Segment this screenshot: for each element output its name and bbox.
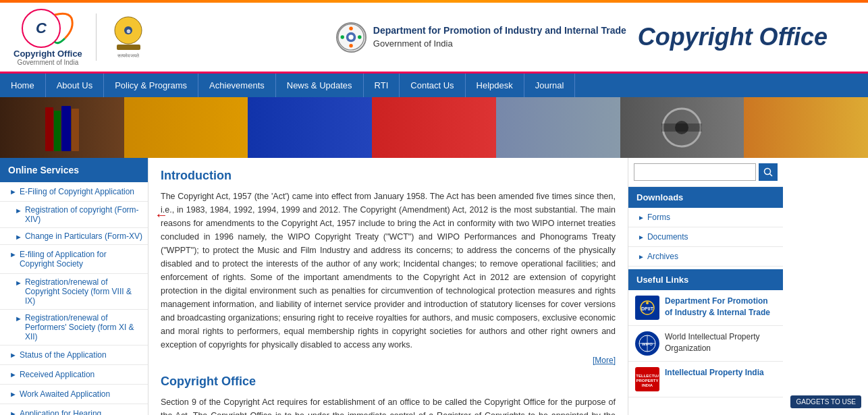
wipo-svg: WIPO (636, 332, 659, 355)
download-documents[interactable]: ► Documents (628, 227, 783, 247)
nav-news[interactable]: News & Updates (276, 74, 364, 97)
svg-rect-14 (45, 107, 53, 151)
ipp-icon: INTELLECTUAL PROPERTY INDIA (635, 367, 659, 391)
sidebar-item-status[interactable]: ► Status of the Application (0, 345, 148, 365)
sidebar-item-efiling-society[interactable]: ► E-filing of Application for Copyright … (0, 245, 148, 274)
intro-title: Introduction (161, 169, 616, 183)
svg-text:C: C (36, 20, 47, 36)
dept-name: Department for Promotion of Industry and… (373, 25, 626, 36)
banner-film (620, 97, 744, 158)
svg-line-22 (770, 174, 773, 177)
useful-link-dpiit[interactable]: DPIIT Department For Promotion of Indust… (628, 290, 783, 326)
nav-home[interactable]: Home (0, 74, 46, 97)
svg-point-25 (646, 302, 649, 304)
banner-music (744, 97, 868, 158)
content-area: Introduction The Copyright Act, 1957 (th… (148, 158, 628, 415)
logo-divider (96, 13, 97, 61)
intro-text: The Copyright Act, 1957 (the 'Act') came… (161, 190, 616, 352)
download-archives-label: Archives (647, 252, 678, 261)
useful-link-ipp[interactable]: INTELLECTUAL PROPERTY INDIA Intellectual… (628, 362, 783, 397)
wipo-icon-circle: WIPO (635, 331, 659, 356)
copyright-office-title: Copyright Office (161, 375, 616, 389)
download-docs-label: Documents (647, 232, 688, 242)
svg-text:INDIA: INDIA (642, 383, 653, 387)
nav-achievements[interactable]: Achievements (198, 74, 276, 97)
gadgets-badge: GADGETS TO USE (790, 395, 861, 408)
search-bar (628, 158, 783, 187)
hero-banner (0, 97, 868, 158)
nav-policy[interactable]: Policy & Programs (104, 74, 198, 97)
copyright-logo: C Copyright Office Government of India (13, 8, 82, 66)
downloads-header: Downloads (628, 187, 783, 208)
search-button[interactable] (759, 163, 778, 181)
dept-govt: Government of India (373, 38, 453, 49)
svg-point-13 (340, 35, 344, 38)
banner-red (372, 97, 496, 158)
download-forms[interactable]: ► Forms (628, 208, 783, 227)
dept-info: Department for Promotion of Industry and… (373, 24, 626, 50)
nav-rti[interactable]: RTI (364, 74, 400, 97)
svg-text:PROPERTY: PROPERTY (636, 379, 658, 383)
svg-text:सत्यमेव जयते: सत्यमेव जयते (116, 53, 140, 58)
sidebar-label-reg: Registration of copyright (Form-XIV) (25, 205, 142, 224)
sidebar-item-reg-society[interactable]: ► Registration/renewal of Copyright Soci… (0, 274, 148, 310)
nav-helpdesk[interactable]: Helpdesk (466, 74, 524, 97)
copyright-logo-svg: C (18, 8, 78, 49)
sidebar-item-received[interactable]: ► Received Application (0, 365, 148, 385)
sidebar-item-efiling[interactable]: ► E-Filing of Copyright Application (0, 182, 148, 202)
sidebar-item-work-awaited[interactable]: ► Work Awaited Application (0, 385, 148, 404)
wipo-icon: WIPO (635, 331, 659, 356)
arrow-icon-9: ► (9, 390, 17, 398)
sidebar-label-hearing: Application for Hearing (20, 409, 101, 415)
banner-tech (496, 97, 620, 158)
svg-text:⊛: ⊛ (126, 28, 130, 34)
sidebar: Online Services ► E-Filing of Copyright … (0, 158, 148, 415)
arrow-icon-1: ► (9, 188, 17, 196)
useful-link-wipo[interactable]: WIPO World Intellectual Property Organiz… (628, 326, 783, 362)
sidebar-label-efiling: E-Filing of Copyright Application (20, 187, 134, 196)
arrow-icon-6: ► (15, 314, 22, 323)
sidebar-label-change: Change in Particulars (Form-XV) (25, 231, 142, 241)
dept-svg (337, 22, 365, 53)
ipp-label: Intellectual Property India (665, 368, 764, 377)
dept-logo-area: Department for Promotion of Industry and… (336, 22, 626, 53)
books-svg (42, 101, 82, 155)
arrow-icon-2: ► (15, 206, 22, 215)
nav-contact[interactable]: Contact Us (400, 74, 465, 97)
more-link[interactable]: [More] (161, 356, 616, 365)
nav-about[interactable]: About Us (46, 74, 104, 97)
wipo-text: World Intellectual Property Organization (665, 331, 776, 354)
svg-text:INTELLECTUAL: INTELLECTUAL (636, 374, 659, 378)
arrow-icon-7: ► (9, 351, 17, 359)
arrow-icon-8: ► (9, 370, 17, 379)
svg-rect-5 (117, 45, 140, 50)
dpiit-label: Department For Promotion of Industry & I… (665, 296, 770, 317)
arrow-icon-5: ► (15, 279, 22, 287)
svg-rect-17 (72, 109, 79, 151)
useful-links-header: Useful Links (628, 269, 783, 290)
download-archives[interactable]: ► Archives (628, 247, 783, 267)
dpiit-text: Department For Promotion of Industry & I… (665, 296, 776, 319)
svg-point-10 (349, 26, 352, 30)
svg-text:WIPO: WIPO (642, 342, 653, 346)
right-panel: Downloads ► Forms ► Documents ► Archives… (628, 158, 783, 415)
arrow-icon-4: ► (9, 250, 17, 258)
ashoka-emblem: ⊛ सत्यमेव जयते (110, 16, 147, 59)
site-title: Copyright Office (638, 23, 828, 51)
search-input[interactable] (634, 163, 756, 181)
nav-journal[interactable]: Journal (524, 74, 576, 97)
ashoka-svg: ⊛ सत्यमेव जयते (110, 13, 147, 61)
svg-point-11 (358, 35, 361, 38)
tri-icon-3: ► (638, 253, 645, 260)
svg-point-21 (765, 169, 771, 175)
sidebar-item-app-hearing[interactable]: ► Application for Hearing (0, 404, 148, 415)
svg-rect-15 (54, 111, 61, 151)
sidebar-item-reg-performers[interactable]: ► Registration/renewal of Performers' So… (0, 310, 148, 345)
sidebar-item-change-particulars[interactable]: ► Change in Particulars (Form-XV) (0, 228, 148, 245)
sidebar-label-status: Status of the Application (20, 350, 107, 360)
sidebar-item-reg-copyright[interactable]: ► Registration of copyright (Form-XIV) ← (0, 202, 148, 228)
dpiit-svg: DPIIT (637, 298, 657, 318)
wipo-label: World Intellectual Property Organization (665, 332, 760, 353)
ipp-text: Intellectual Property India (665, 367, 764, 379)
film-svg (661, 107, 702, 148)
